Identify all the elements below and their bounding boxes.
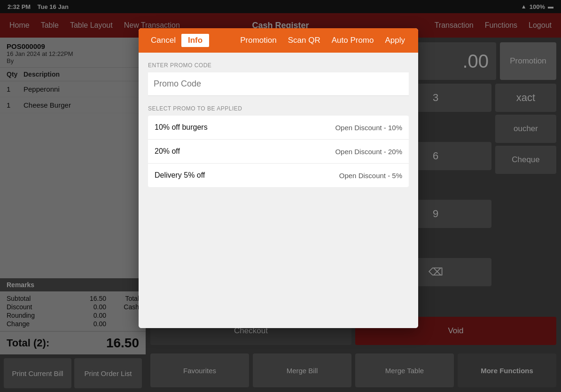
promo-list-section: SELECT PROMO TO BE APPLIED 10% off burge… (148, 105, 409, 187)
promo-code-section-label: ENTER PROMO CODE (148, 62, 409, 69)
modal-apply-nav[interactable]: Apply (379, 33, 411, 48)
modal-cancel-button[interactable]: Cancel (146, 33, 180, 48)
promo-code-input[interactable] (148, 72, 409, 96)
promo-code-section: ENTER PROMO CODE (148, 62, 409, 96)
select-promo-label: SELECT PROMO TO BE APPLIED (148, 105, 409, 112)
list-item[interactable]: Delivery 5% off Open Discount - 5% (148, 164, 409, 187)
modal-info-button[interactable]: Info (180, 33, 210, 48)
promo-name-1: 20% off (155, 147, 180, 156)
modal-scan-qr-nav[interactable]: Scan QR (282, 33, 326, 48)
promotion-modal: Cancel Info Promotion Scan QR Auto Promo… (139, 28, 418, 328)
modal-auto-promo-nav[interactable]: Auto Promo (326, 33, 380, 48)
promo-type-1: Open Discount - 20% (335, 148, 402, 156)
promo-name-0: 10% off burgers (155, 123, 208, 132)
modal-header: Cancel Info Promotion Scan QR Auto Promo… (139, 28, 418, 53)
modal-promotion-nav[interactable]: Promotion (234, 33, 282, 48)
promo-list: 10% off burgers Open Discount - 10% 20% … (148, 116, 409, 187)
promo-type-2: Open Discount - 5% (339, 172, 402, 180)
list-item[interactable]: 10% off burgers Open Discount - 10% (148, 116, 409, 140)
list-item[interactable]: 20% off Open Discount - 20% (148, 140, 409, 164)
promo-type-0: Open Discount - 10% (335, 124, 402, 132)
promo-name-2: Delivery 5% off (155, 171, 205, 180)
modal-empty-area (148, 187, 409, 319)
modal-body: ENTER PROMO CODE SELECT PROMO TO BE APPL… (139, 53, 418, 328)
